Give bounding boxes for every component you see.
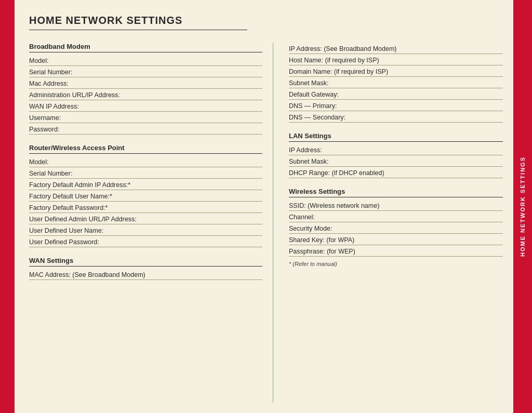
field-line xyxy=(137,222,262,223)
field-line xyxy=(328,165,503,165)
section-router-wireless: Router/Wireless Access PointModel:Serial… xyxy=(29,144,262,247)
field-line xyxy=(49,64,262,64)
field-row: Factory Default User Name:* xyxy=(29,190,262,202)
field-line xyxy=(322,153,503,154)
sidebar-label: HOME NETWORK SETTINGS xyxy=(520,156,526,257)
page-title: HOME NETWORK SETTINGS xyxy=(29,15,247,30)
field-row: Serial Number: xyxy=(29,66,262,77)
right-column: IP Address: (See Broadband Modem)Host Na… xyxy=(273,43,503,403)
main-content: HOME NETWORK SETTINGS Broadband ModemMod… xyxy=(15,0,513,413)
section-title-router-wireless: Router/Wireless Access Point xyxy=(29,144,262,154)
field-label: SSID: (Wireless network name) xyxy=(289,202,379,209)
field-row: WAN IP Address: xyxy=(29,100,262,112)
field-label: DHCP Range: (if DHCP enabled) xyxy=(289,169,384,177)
field-line xyxy=(379,209,503,209)
field-label: Password: xyxy=(29,126,59,133)
field-label: Username: xyxy=(29,114,61,122)
field-label: Serial Number: xyxy=(29,170,72,177)
field-line xyxy=(72,177,262,177)
field-label: DNS — Primary: xyxy=(289,102,337,110)
field-row: MAC Address: (See Broadband Modem) xyxy=(29,269,262,280)
field-label: Factory Default Password:* xyxy=(29,204,108,211)
field-row: Model: xyxy=(29,156,262,167)
footnote: * (Refer to manual) xyxy=(289,261,503,267)
field-row: Channel: xyxy=(289,211,503,222)
field-row: DNS — Primary: xyxy=(289,100,503,111)
field-label: Factory Default User Name:* xyxy=(29,193,112,200)
field-line xyxy=(130,188,262,189)
field-label: DNS — Secondary: xyxy=(289,114,345,121)
field-line xyxy=(59,132,262,133)
field-line xyxy=(72,75,262,76)
field-row: Mac Address: xyxy=(29,77,262,89)
field-row: Username: xyxy=(29,112,262,123)
section-broadband-modem: Broadband ModemModel:Serial Number:Mac A… xyxy=(29,43,262,135)
field-line xyxy=(332,232,503,232)
section-lan-settings: LAN SettingsIP Address:Subnet Mask:DHCP … xyxy=(289,132,503,178)
field-line xyxy=(145,278,262,278)
field-label: MAC Address: (See Broadband Modem) xyxy=(29,271,145,278)
field-label: Default Gateway: xyxy=(289,91,339,98)
field-row: IP Address: xyxy=(289,144,503,155)
field-label: Administration URL/IP Address: xyxy=(29,91,120,99)
section-wan-settings: WAN SettingsMAC Address: (See Broadband … xyxy=(29,257,262,280)
field-label: Model: xyxy=(29,158,49,166)
red-bar-right: HOME NETWORK SETTINGS xyxy=(513,0,532,413)
field-label: Shared Key: (for WPA) xyxy=(289,236,354,244)
field-label: Serial Number: xyxy=(29,69,72,76)
field-row: Domain Name: (if required by ISP) xyxy=(289,65,503,77)
columns: Broadband ModemModel:Serial Number:Mac A… xyxy=(29,43,503,403)
field-row: User Defined Password: xyxy=(29,236,262,247)
field-row: Factory Default Admin IP Address:* xyxy=(29,179,262,190)
field-line xyxy=(379,63,503,64)
field-line xyxy=(315,220,503,221)
field-line xyxy=(339,98,503,98)
field-row: Subnet Mask: xyxy=(289,155,503,167)
field-row: Passphrase: (for WEP) xyxy=(289,245,503,257)
field-label: WAN IP Address: xyxy=(29,103,79,110)
section-title-broadband-modem: Broadband Modem xyxy=(29,43,262,52)
field-line xyxy=(355,255,503,255)
field-line xyxy=(49,165,262,166)
field-label: User Defined User Name: xyxy=(29,227,103,234)
field-line xyxy=(103,234,262,234)
field-line xyxy=(384,176,503,177)
field-label: User Defined Password: xyxy=(29,238,99,246)
field-row: SSID: (Wireless network name) xyxy=(289,199,503,211)
left-column: Broadband ModemModel:Serial Number:Mac A… xyxy=(29,43,273,403)
field-row: User Defined User Name: xyxy=(29,224,262,236)
section-title-wireless-settings: Wireless Settings xyxy=(289,188,503,197)
field-label: Domain Name: (if required by ISP) xyxy=(289,68,388,75)
field-label: Security Mode: xyxy=(289,225,332,232)
field-line xyxy=(388,75,503,75)
field-row: Password: xyxy=(29,123,262,135)
field-line xyxy=(345,121,503,121)
field-row: Shared Key: (for WPA) xyxy=(289,234,503,245)
section-wan-top: IP Address: (See Broadband Modem)Host Na… xyxy=(289,43,503,123)
section-title-lan-settings: LAN Settings xyxy=(289,132,503,142)
field-label: User Defined Admin URL/IP Address: xyxy=(29,216,137,223)
field-label: Subnet Mask: xyxy=(289,158,328,165)
field-line xyxy=(354,243,503,244)
field-row: Factory Default Password:* xyxy=(29,202,262,213)
section-wireless-settings: Wireless SettingsSSID: (Wireless network… xyxy=(289,188,503,267)
field-label: Channel: xyxy=(289,214,315,221)
field-label: Factory Default Admin IP Address:* xyxy=(29,181,130,189)
field-line xyxy=(108,211,262,211)
field-line xyxy=(328,86,503,87)
field-label: Mac Address: xyxy=(29,80,69,87)
field-label: Subnet Mask: xyxy=(289,79,328,87)
field-row: Model: xyxy=(29,55,262,66)
field-line xyxy=(79,110,262,110)
field-row: IP Address: (See Broadband Modem) xyxy=(289,43,503,54)
field-label: IP Address: (See Broadband Modem) xyxy=(289,45,397,52)
field-line xyxy=(397,52,503,52)
field-label: Host Name: (if required by ISP) xyxy=(289,57,379,64)
field-row: Administration URL/IP Address: xyxy=(29,89,262,100)
field-row: Subnet Mask: xyxy=(289,77,503,88)
field-label: Passphrase: (for WEP) xyxy=(289,248,355,255)
field-row: DNS — Secondary: xyxy=(289,111,503,123)
field-row: Host Name: (if required by ISP) xyxy=(289,54,503,65)
field-row: Default Gateway: xyxy=(289,88,503,100)
field-label: IP Address: xyxy=(289,146,322,154)
